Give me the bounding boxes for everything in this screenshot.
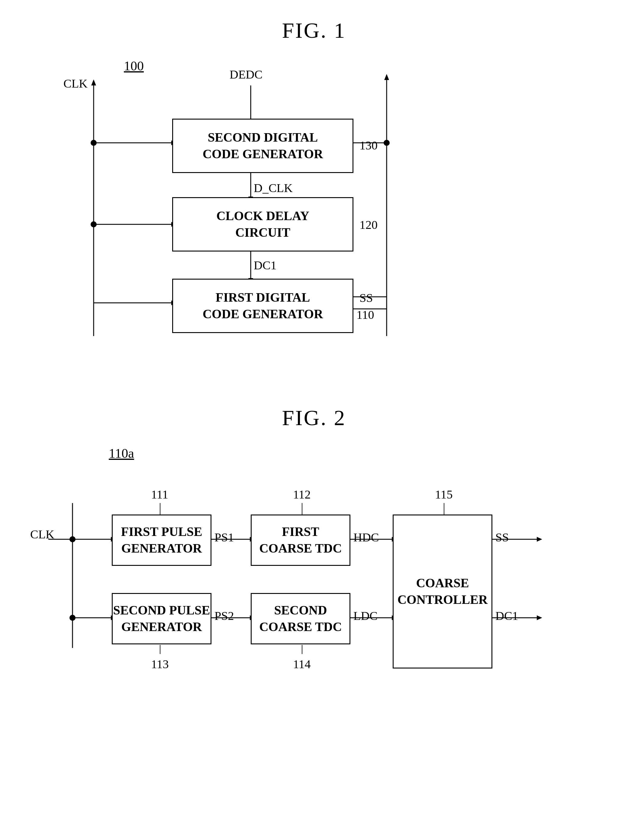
svg-marker-41 (537, 537, 542, 542)
fig2-ref-111: 111 (151, 487, 168, 502)
svg-marker-15 (384, 74, 389, 80)
fig2-ref-112: 112 (293, 487, 311, 502)
diagram1: 100 (24, 49, 604, 381)
fig2-ldc-label: LDC (353, 609, 378, 623)
fig2-ps1-label: PS1 (215, 530, 234, 545)
fig2-hdc-label: HDC (353, 530, 379, 545)
fig2-title: FIG. 2 (24, 406, 604, 431)
second-digital-code-gen-block: SECOND DIGITAL CODE GENERATOR (172, 118, 353, 173)
coarse-controller-block: COARSE CONTROLLER (393, 515, 492, 668)
fig1-ref-120: 120 (359, 218, 378, 232)
svg-point-3 (91, 140, 96, 146)
fig2-ref-114: 114 (293, 657, 311, 671)
fig2-ps2-label: PS2 (215, 609, 234, 623)
fig2-dc1-label: DC1 (495, 609, 518, 623)
fig1-ss-label: SS (359, 291, 373, 305)
first-pulse-gen-block: FIRST PULSE GENERATOR (112, 515, 212, 566)
fig2-clk-label: CLK (30, 527, 54, 542)
fig2-ref-113: 113 (151, 657, 169, 671)
second-pulse-gen-block: SECOND PULSE GENERATOR (112, 593, 212, 644)
fig1-d-clk-label: D_CLK (254, 181, 293, 195)
fig1-dedc-label: DEDC (229, 67, 263, 82)
clock-delay-circuit-block: CLOCK DELAY CIRCUIT (172, 197, 353, 251)
fig2-ss-label: SS (495, 530, 509, 545)
first-coarse-tdc-block: FIRST COARSE TDC (251, 515, 350, 566)
fig1-dc1-label: DC1 (254, 258, 277, 272)
svg-point-6 (91, 221, 96, 227)
fig1-title: FIG. 1 (24, 18, 604, 43)
diagram2: 110a (24, 437, 604, 829)
second-coarse-tdc-block: SECOND COARSE TDC (251, 593, 350, 644)
page: FIG. 1 100 (0, 0, 628, 840)
svg-marker-10 (91, 79, 96, 85)
fig1-ref-130: 130 (359, 138, 378, 153)
svg-marker-43 (537, 615, 542, 620)
fig1-clk-label: CLK (63, 76, 88, 91)
first-digital-code-gen-block: FIRST DIGITAL CODE GENERATOR (172, 279, 353, 333)
fig2-ref-115: 115 (435, 487, 453, 502)
fig1-ref-110: 110 (356, 308, 374, 322)
